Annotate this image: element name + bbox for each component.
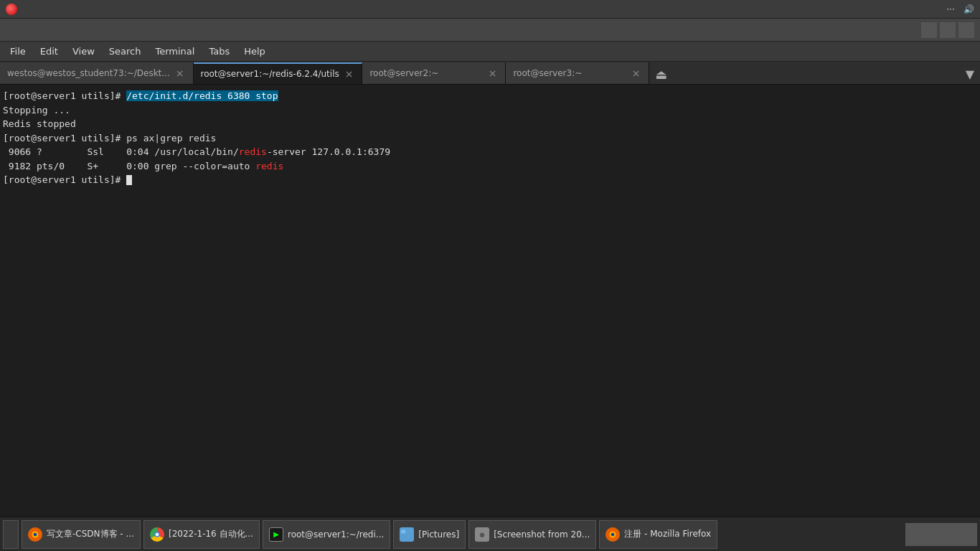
places-menu[interactable] — [37, 8, 49, 11]
tab-label: root@server2:~ — [369, 68, 438, 78]
terminal-command-highlight: /etc/init.d/redis 6380 stop — [126, 90, 278, 101]
menu-item-file[interactable]: File — [3, 43, 33, 60]
firefox-icon — [28, 527, 42, 542]
svg-point-2 — [34, 532, 37, 536]
taskbar-item-label: [Screenshot from 20... — [494, 529, 590, 540]
terminal-prompt: [root@server1 utils]# — [3, 174, 126, 185]
system-bar-right: ⋅⋅⋅ 🔊 — [930, 4, 974, 14]
taskbar-item-tb4[interactable]: [Pictures] — [393, 520, 466, 549]
terminal-command: ps ax|grep redis — [126, 133, 216, 143]
window-controls — [921, 22, 974, 38]
taskbar: 写文章-CSDN博客 - ...[2022-1-16 自动化...▶root@s… — [0, 517, 980, 551]
terminal-line: [root@server1 utils]# ps ax|grep redis — [3, 131, 977, 146]
taskbar-item-tb2[interactable]: [2022-1-16 自动化... — [143, 520, 260, 549]
terminal-redis-highlight: redis — [255, 161, 283, 171]
taskbar-search-input[interactable] — [905, 523, 977, 546]
menu-item-edit[interactable]: Edit — [33, 43, 65, 60]
firefox-icon — [606, 527, 620, 542]
tab-close-button[interactable]: × — [344, 68, 355, 80]
svg-point-4 — [156, 532, 159, 536]
terminal-text: -server 127.0.0.1:6379 — [267, 146, 390, 157]
tabs-bar: westos@westos_student73:~/Deskt...×root@… — [0, 62, 980, 85]
svg-rect-6 — [401, 529, 405, 533]
terminal-line: 9066 ? Ssl 0:04 /usr/local/bin/redis-ser… — [3, 145, 977, 159]
terminal-line: [root@server1 utils]# — [3, 173, 977, 187]
terminal-text: 9066 ? Ssl 0:04 /usr/local/bin/ — [3, 146, 239, 157]
terminal-area[interactable]: [root@server1 utils]# /etc/init.d/redis … — [0, 85, 980, 517]
taskbar-item-label: root@server1:~/redi... — [288, 529, 384, 540]
applications-menu[interactable] — [23, 8, 34, 11]
taskbar-item-label: [2022-1-16 自动化... — [169, 528, 253, 540]
taskbar-item-tb6[interactable]: 注册 - Mozilla Firefox — [599, 520, 717, 549]
system-bar-left — [6, 4, 63, 15]
taskbar-item-tb5[interactable]: [Screenshot from 20... — [468, 520, 596, 549]
terminal-redis-highlight: redis — [239, 146, 267, 157]
volume-icon: 🔊 — [963, 4, 974, 14]
tab-close-button[interactable]: × — [631, 67, 642, 79]
terminal-text: 9182 pts/0 S+ 0:00 grep --color=auto — [3, 161, 255, 171]
tab-close-button[interactable]: × — [487, 67, 499, 79]
tab-tab4[interactable]: root@server3:~× — [506, 62, 649, 84]
menu-item-view[interactable]: View — [65, 43, 102, 60]
taskbar-item-label: 写文章-CSDN博客 - ... — [47, 528, 134, 540]
show-desktop-button[interactable] — [3, 520, 19, 549]
menu-item-terminal[interactable]: Terminal — [148, 43, 202, 60]
tab-tab1[interactable]: westos@westos_student73:~/Deskt...× — [0, 62, 194, 84]
taskbar-item-tb3[interactable]: ▶root@server1:~/redi... — [263, 520, 390, 549]
files-icon — [400, 527, 414, 542]
screenshot-icon — [475, 527, 489, 542]
tab-tab2[interactable]: root@server1:~/redis-6.2.4/utils× — [194, 62, 363, 84]
terminal-line: Redis stopped — [3, 117, 977, 131]
menu-item-help[interactable]: Help — [237, 43, 273, 60]
terminal-line: 9182 pts/0 S+ 0:00 grep --color=auto red… — [3, 159, 977, 174]
terminal-prompt: [root@server1 utils]# — [3, 133, 126, 143]
new-tab-button[interactable]: ⏏ — [651, 64, 671, 84]
tab-label: root@server3:~ — [513, 68, 582, 78]
menu-bar: FileEditViewSearchTerminalTabsHelp — [0, 42, 980, 62]
minimize-button[interactable] — [921, 22, 937, 38]
menu-item-search[interactable]: Search — [102, 43, 149, 60]
terminal-cursor — [126, 175, 132, 185]
tab-label: westos@westos_student73:~/Deskt... — [7, 68, 170, 78]
terminal-line: [root@server1 utils]# /etc/init.d/redis … — [3, 89, 977, 103]
tab-tab3[interactable]: root@server2:~× — [362, 62, 506, 84]
terminal-prompt: [root@server1 utils]# — [3, 90, 126, 101]
wifi-icon: ⋅⋅⋅ — [947, 4, 955, 14]
taskbar-item-label: 注册 - Mozilla Firefox — [624, 528, 711, 540]
terminal-line: Stopping ... — [3, 103, 977, 118]
maximize-button[interactable] — [940, 22, 956, 38]
close-button[interactable] — [958, 22, 974, 38]
tab-label: root@server1:~/redis-6.2.4/utils — [201, 69, 339, 79]
app-logo-icon — [6, 4, 17, 15]
system-bar: ⋅⋅⋅ 🔊 — [0, 0, 980, 19]
taskbar-item-tb1[interactable]: 写文章-CSDN博客 - ... — [22, 520, 141, 549]
title-bar — [0, 19, 980, 42]
svg-point-8 — [480, 532, 484, 537]
chrome-icon — [150, 527, 164, 542]
taskbar-item-label: [Pictures] — [418, 529, 459, 540]
terminal-menu[interactable] — [52, 8, 63, 11]
tab-close-button[interactable]: × — [174, 67, 186, 79]
tabs-dropdown-button[interactable]: ▼ — [960, 64, 980, 84]
menu-item-tabs[interactable]: Tabs — [202, 43, 237, 60]
svg-point-11 — [611, 532, 615, 536]
terminal-icon: ▶ — [269, 527, 283, 542]
